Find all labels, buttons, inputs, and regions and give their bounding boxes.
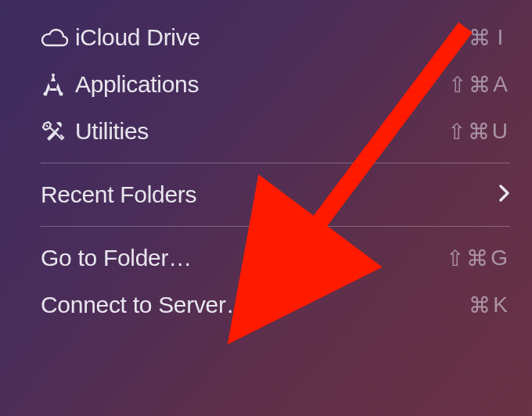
menu-item-shortcut: ⇧⌘U (448, 119, 510, 145)
svg-point-2 (52, 74, 55, 77)
menu-item-label: iCloud Drive (75, 24, 448, 51)
go-menu: iCloud Drive ⇧⌘I Applications ⇧⌘A (0, 0, 532, 328)
menu-divider (41, 163, 510, 163)
applications-icon (41, 73, 75, 96)
menu-divider (41, 226, 510, 227)
cloud-icon (41, 28, 75, 47)
svg-point-0 (44, 92, 48, 96)
utilities-icon (41, 120, 75, 143)
menu-item-label: Utilities (75, 118, 448, 145)
menu-item-shortcut: ⇧⌘I (448, 25, 510, 51)
menu-item-shortcut: ⇧⌘A (448, 72, 510, 98)
menu-item-utilities[interactable]: Utilities ⇧⌘U (0, 108, 532, 155)
menu-item-go-to-folder[interactable]: Go to Folder… ⇧⌘G (0, 235, 532, 282)
menu-item-shortcut: ⌘K (469, 292, 510, 318)
menu-item-icloud-drive[interactable]: iCloud Drive ⇧⌘I (0, 14, 532, 61)
menu-item-label: Recent Folders (41, 181, 499, 208)
menu-item-applications[interactable]: Applications ⇧⌘A (0, 61, 532, 108)
chevron-right-icon (499, 182, 510, 207)
menu-item-connect-to-server[interactable]: Connect to Server… ⌘K (0, 282, 532, 328)
svg-point-1 (59, 92, 63, 96)
menu-item-label: Go to Folder… (41, 245, 446, 271)
menu-item-label: Applications (75, 71, 448, 98)
menu-item-recent-folders[interactable]: Recent Folders (0, 171, 532, 218)
menu-item-label: Connect to Server… (41, 292, 469, 318)
menu-item-shortcut: ⇧⌘G (446, 246, 510, 271)
